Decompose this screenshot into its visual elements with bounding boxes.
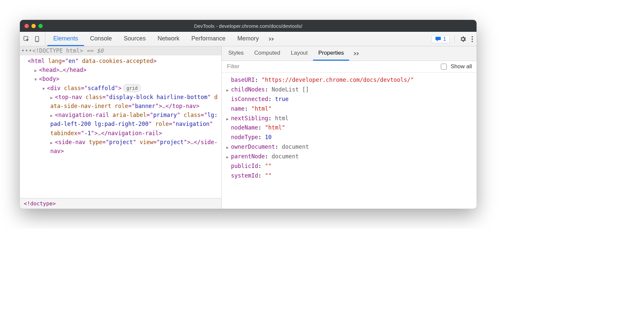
- prop-nodeName[interactable]: ▶nodeName: "html": [226, 123, 472, 133]
- prop-baseURI[interactable]: ▶baseURI: "https://developer.chrome.com/…: [226, 75, 472, 85]
- tab-console[interactable]: Console: [84, 32, 118, 46]
- device-icon[interactable]: [34, 36, 40, 42]
- zoom-icon[interactable]: [38, 24, 43, 28]
- tab-performance[interactable]: Performance: [185, 32, 231, 46]
- prop-parentNode[interactable]: ▶parentNode: document: [226, 152, 472, 161]
- tab-memory[interactable]: Memory: [231, 32, 265, 46]
- scaffold-node[interactable]: ▼<div class="scaffold">grid: [23, 84, 219, 93]
- body-node[interactable]: ▼<body>: [23, 75, 219, 83]
- show-all-label: Show all: [451, 63, 472, 70]
- prop-publicId[interactable]: ▶publicId: "": [226, 161, 472, 171]
- divider: [454, 35, 455, 43]
- selected-node-text: <!DOCTYPE html>: [32, 47, 83, 54]
- selected-node-line[interactable]: ••• <!DOCTYPE html> == $0: [20, 46, 221, 55]
- side-tab-properties[interactable]: Properties: [313, 46, 349, 61]
- side-tabs: StylesComputedLayoutProperties: [222, 46, 477, 61]
- titlebar: DevTools - developer.chrome.com/docs/dev…: [20, 20, 477, 32]
- svg-point-4: [472, 38, 473, 40]
- svg-point-3: [472, 36, 473, 37]
- prop-name[interactable]: ▶name: "html": [226, 104, 472, 114]
- window-controls: [24, 24, 43, 28]
- issues-button[interactable]: 1: [432, 35, 450, 43]
- gear-icon[interactable]: [459, 35, 467, 43]
- kebab-icon[interactable]: [471, 36, 473, 42]
- sidenav-node[interactable]: ▶<side-nav type="project" view="project"…: [23, 138, 219, 156]
- selection-indicator: == $0: [86, 47, 103, 54]
- side-tab-layout[interactable]: Layout: [286, 46, 313, 61]
- main-toolbar: ElementsConsoleSourcesNetworkPerformance…: [20, 32, 477, 46]
- window-title: DevTools - developer.chrome.com/docs/dev…: [20, 23, 477, 29]
- prop-systemId[interactable]: ▶systemId: "": [226, 171, 472, 181]
- show-all-checkbox[interactable]: [441, 64, 447, 70]
- prop-ownerDocument[interactable]: ▶ownerDocument: document: [226, 142, 472, 152]
- prop-nextSibling[interactable]: ▶nextSibling: html: [226, 114, 472, 123]
- side-tab-styles[interactable]: Styles: [223, 46, 249, 61]
- breadcrumb[interactable]: <!doctype>: [20, 198, 221, 209]
- side-tab-computed[interactable]: Computed: [249, 46, 285, 61]
- tab-elements[interactable]: Elements: [47, 32, 84, 46]
- tab-sources[interactable]: Sources: [118, 32, 152, 46]
- filter-input[interactable]: [226, 63, 437, 70]
- filter-row: Show all: [222, 61, 477, 73]
- minimize-icon[interactable]: [31, 24, 36, 28]
- svg-point-5: [472, 41, 473, 42]
- grid-badge[interactable]: grid: [123, 84, 141, 92]
- elements-pane: ••• <!DOCTYPE html> == $0 <html lang="en…: [20, 46, 222, 209]
- side-tabs-overflow-icon[interactable]: [353, 51, 360, 56]
- issues-count: 1: [443, 36, 446, 42]
- main-tabs: ElementsConsoleSourcesNetworkPerformance…: [47, 32, 265, 46]
- properties-list[interactable]: ▶baseURI: "https://developer.chrome.com/…: [222, 73, 477, 209]
- prop-isConnected[interactable]: ▶isConnected: true: [226, 94, 472, 104]
- prop-nodeType[interactable]: ▶nodeType: 10: [226, 133, 472, 142]
- content: ••• <!DOCTYPE html> == $0 <html lang="en…: [20, 46, 477, 209]
- tab-network[interactable]: Network: [152, 32, 185, 46]
- close-icon[interactable]: [24, 24, 29, 28]
- head-node[interactable]: ▶<head>…</head>: [23, 66, 219, 75]
- html-node[interactable]: <html lang="en" data-cookies-accepted>: [23, 57, 219, 66]
- prop-childNodes[interactable]: ▶childNodes: NodeList []: [226, 85, 472, 94]
- sidebar-pane: StylesComputedLayoutProperties Show all …: [222, 46, 477, 209]
- ellipsis-icon[interactable]: •••: [21, 47, 32, 54]
- inspect-icon[interactable]: [23, 36, 30, 42]
- navrail-node[interactable]: ▶<navigation-rail aria-label="primary" c…: [23, 111, 219, 138]
- tabs-overflow-icon[interactable]: [268, 37, 275, 41]
- dom-tree[interactable]: <html lang="en" data-cookies-accepted> ▶…: [20, 55, 221, 198]
- devtools-window: DevTools - developer.chrome.com/docs/dev…: [20, 20, 477, 209]
- topnav-node[interactable]: ▶<top-nav class="display-block hairline-…: [23, 93, 219, 111]
